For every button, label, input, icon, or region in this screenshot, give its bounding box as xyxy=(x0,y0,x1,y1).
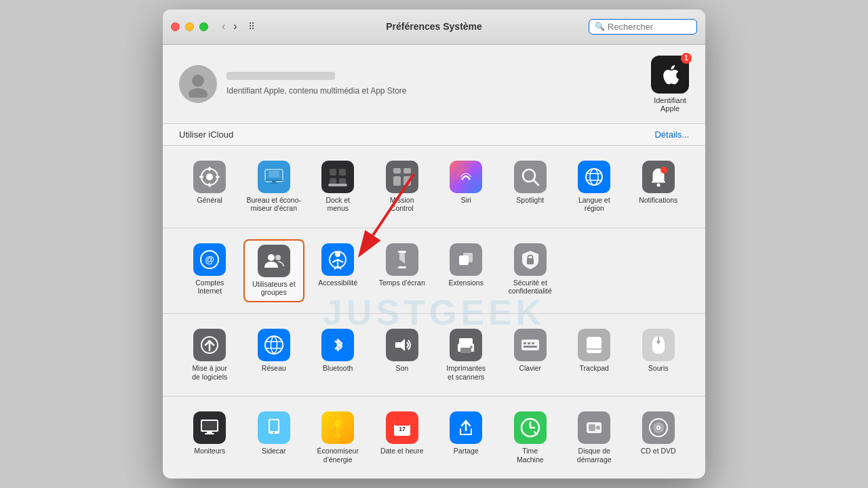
pref-label-langue: Langue etrégion xyxy=(578,196,610,213)
pref-item-access[interactable]: Accessibilité xyxy=(307,239,369,302)
pref-icon-ext xyxy=(450,243,482,276)
svg-rect-18 xyxy=(328,184,347,186)
pref-label-siri: Siri xyxy=(461,196,471,205)
nav-arrows: ‹ › xyxy=(219,19,240,34)
pref-icon-reseau xyxy=(258,329,290,361)
svg-rect-85 xyxy=(589,424,595,431)
pref-icon-bureau xyxy=(258,161,290,193)
pref-grid-row2: @ComptesInternetUtilisateurs etgroupesAc… xyxy=(179,239,689,302)
pref-item-temps[interactable]: Temps d'écran xyxy=(372,239,433,302)
traffic-lights xyxy=(171,22,208,31)
pref-item-bluetooth[interactable]: Bluetooth xyxy=(307,325,369,385)
pref-item-eco[interactable]: Économiseurd'énergie xyxy=(307,407,369,468)
pref-item-reseau[interactable]: Réseau xyxy=(243,325,305,385)
pref-item-trackpad[interactable]: Trackpad xyxy=(564,325,625,385)
svg-point-30 xyxy=(656,183,660,186)
pref-item-time[interactable]: TimeMachine xyxy=(500,407,561,468)
pref-label-clavier: Clavier xyxy=(519,364,541,373)
pref-label-souris: Souris xyxy=(648,364,669,373)
svg-rect-46 xyxy=(463,253,473,262)
svg-point-76 xyxy=(273,432,275,434)
svg-line-25 xyxy=(534,180,538,185)
pref-item-spotlight[interactable]: Spotlight xyxy=(500,157,561,217)
pref-item-comptes[interactable]: @ComptesInternet xyxy=(179,239,241,302)
apple-id-container[interactable]: 1 IdentifiantApple xyxy=(651,56,689,113)
icloud-detail-button[interactable]: Détails... xyxy=(654,129,689,140)
pref-icon-notif xyxy=(642,161,675,193)
pref-icon-clavier xyxy=(514,329,547,361)
svg-rect-73 xyxy=(205,433,214,434)
svg-point-27 xyxy=(590,169,598,185)
pref-item-son[interactable]: Son xyxy=(372,325,433,385)
svg-point-60 xyxy=(470,346,473,348)
pref-item-impr[interactable]: Imprimanteset scanners xyxy=(435,325,497,385)
pref-icon-maj xyxy=(193,329,226,361)
pref-label-partage: Partage xyxy=(454,447,479,455)
pref-icon-partage xyxy=(450,411,482,444)
user-section: Identifiant Apple, contenu multimédia et… xyxy=(163,45,705,124)
svg-point-3 xyxy=(206,174,213,180)
pref-label-disque: Disque dedémarrage xyxy=(577,447,612,464)
pref-item-date[interactable]: 17Date et heure xyxy=(372,407,433,468)
back-button[interactable]: ‹ xyxy=(219,19,228,34)
section-row3: Mise à jourde logicielsRéseauBluetoothSo… xyxy=(163,314,705,396)
maximize-button[interactable] xyxy=(199,22,208,31)
svg-point-35 xyxy=(275,255,281,260)
pref-item-secu[interactable]: Sécurité etconfidentialité xyxy=(500,239,561,302)
grid-icon[interactable]: ⠿ xyxy=(248,21,255,32)
pref-icon-comptes: @ xyxy=(193,243,226,276)
apple-id-icon[interactable]: 1 xyxy=(651,56,689,94)
pref-item-siri[interactable]: Siri xyxy=(435,157,497,217)
pref-item-moniteurs[interactable]: Moniteurs xyxy=(179,407,241,468)
pref-item-users[interactable]: Utilisateurs etgroupes xyxy=(243,239,305,302)
pref-icon-general xyxy=(193,161,226,193)
pref-label-eco: Économiseurd'énergie xyxy=(317,447,359,464)
forward-button[interactable]: › xyxy=(231,19,239,34)
avatar-icon xyxy=(184,70,212,98)
svg-point-0 xyxy=(192,75,204,87)
pref-icon-eco xyxy=(321,411,354,444)
section-row4: MoniteursSidecarÉconomiseurd'énergie17Da… xyxy=(163,396,705,479)
search-box[interactable]: 🔍 xyxy=(589,19,697,35)
svg-rect-59 xyxy=(460,348,471,353)
svg-rect-64 xyxy=(532,342,534,344)
pref-icon-users xyxy=(258,245,290,277)
window-title: Préférences Système xyxy=(386,21,482,32)
close-button[interactable] xyxy=(171,22,180,31)
svg-rect-7 xyxy=(216,176,220,178)
svg-point-26 xyxy=(586,169,602,185)
pref-item-general[interactable]: Général xyxy=(179,157,241,217)
pref-icon-son xyxy=(386,329,418,361)
pref-item-clavier[interactable]: Clavier xyxy=(500,325,561,385)
pref-item-dock[interactable]: Dock etmenus xyxy=(307,157,369,217)
pref-item-souris[interactable]: Souris xyxy=(628,325,690,385)
pref-label-reseau: Réseau xyxy=(262,364,286,373)
pref-icon-bluetooth xyxy=(321,329,354,361)
svg-rect-10 xyxy=(269,171,279,178)
pref-label-bluetooth: Bluetooth xyxy=(323,364,353,373)
pref-item-bureau[interactable]: Bureau et écono-miseur d'écran xyxy=(243,157,305,217)
pref-item-ext[interactable]: Extensions xyxy=(435,239,497,302)
pref-label-secu: Sécurité etconfidentialité xyxy=(509,279,552,296)
svg-rect-71 xyxy=(202,421,217,430)
pref-grid-row1: GénéralBureau et écono-miseur d'écranDoc… xyxy=(179,157,689,217)
minimize-button[interactable] xyxy=(185,22,194,31)
pref-label-sidecar: Sidecar xyxy=(262,447,286,455)
search-icon: 🔍 xyxy=(595,22,605,31)
pref-item-mission[interactable]: MissionControl xyxy=(372,157,433,217)
pref-item-maj[interactable]: Mise à jourde logiciels xyxy=(179,325,241,385)
pref-item-partage[interactable]: Partage xyxy=(435,407,497,468)
pref-label-notif: Notifications xyxy=(639,196,677,205)
svg-rect-63 xyxy=(528,342,530,344)
pref-icon-cd xyxy=(642,411,675,444)
pref-item-disque[interactable]: Disque dedémarrage xyxy=(564,407,625,468)
pref-icon-trackpad xyxy=(578,329,610,361)
pref-item-notif[interactable]: Notifications xyxy=(628,157,690,217)
pref-icon-impr xyxy=(450,329,482,361)
pref-grid-row4: MoniteursSidecarÉconomiseurd'énergie17Da… xyxy=(179,407,689,468)
pref-item-cd[interactable]: CD et DVD xyxy=(628,407,690,468)
search-input[interactable] xyxy=(608,22,691,32)
pref-item-sidecar[interactable]: Sidecar xyxy=(243,407,305,468)
pref-item-langue[interactable]: Langue etrégion xyxy=(564,157,625,217)
svg-rect-20 xyxy=(403,168,411,174)
